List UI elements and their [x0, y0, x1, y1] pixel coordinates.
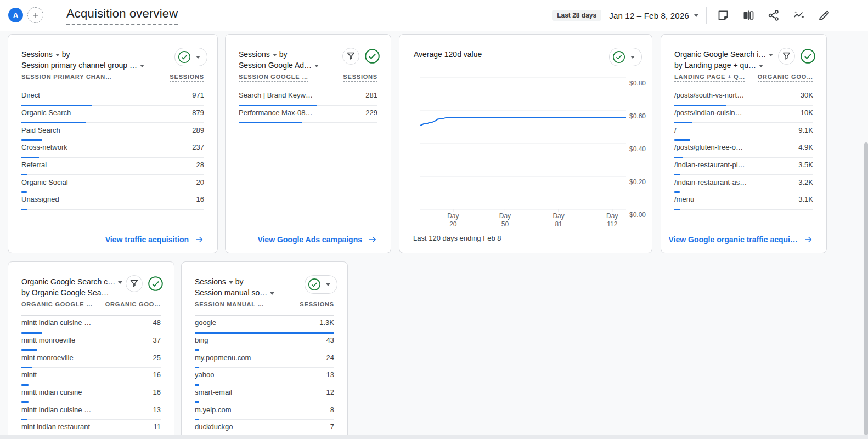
filter-button[interactable] [778, 48, 795, 65]
row-label: /posts/indian-cuisin… [674, 109, 742, 117]
table-row: Paid Search289 [21, 123, 204, 140]
date-range-selector[interactable]: Jan 12 – Feb 8, 2026 [609, 11, 698, 20]
row-label: mintt indian cuisine [21, 388, 82, 396]
add-comparison-button[interactable] [27, 7, 43, 23]
card-controls [342, 48, 381, 65]
card-footer-link[interactable]: View Google Ads campaigns [257, 235, 377, 244]
row-label: google [195, 318, 216, 327]
table-row: /indian-restaurant-pi…3.5K [674, 158, 813, 175]
y-axis-tick-label: $0.40 [629, 145, 646, 153]
table-row: /menu3.1K [674, 192, 813, 210]
table-row: /posts/gluten-free-o…4.9K [674, 140, 813, 158]
column-headers: LANDING PAGE + Q… ORGANIC GOO… [674, 73, 813, 88]
metric-column-header: SESSIONS [300, 301, 334, 309]
row-label: Organic Social [21, 178, 68, 186]
dimension-dropdown[interactable]: Session Google Ad… [239, 60, 321, 71]
row-value: 237 [192, 143, 204, 151]
data-quality-button[interactable] [147, 275, 164, 292]
row-value: 20 [196, 178, 204, 186]
row-label: Direct [21, 91, 40, 99]
row-value: 13 [326, 370, 334, 379]
filter-button[interactable] [126, 275, 143, 292]
divider [57, 7, 57, 24]
row-value: 13 [153, 406, 161, 414]
card-organic-search-queries: Organic Google Search c… by Organic Goog… [8, 261, 174, 439]
check-circle-icon [148, 276, 164, 292]
table-row: /posts/indian-cuisin…10K [674, 106, 813, 123]
funnel-icon [130, 280, 138, 288]
card-footer-link[interactable]: View traffic acquisition [105, 235, 204, 244]
card-title: Sessionsby Session primary channel group… [21, 49, 146, 71]
metric-dropdown[interactable]: Sessionsby [239, 49, 321, 60]
y-axis-tick-label: $0.60 [629, 112, 646, 120]
dimension-dropdown[interactable]: by Organic Google Sea… [21, 287, 125, 298]
card-sessions-by-channel-group: Sessionsby Session primary channel group… [8, 34, 218, 253]
metric-dropdown[interactable]: Organic Google Search c… [21, 276, 125, 287]
metric-dropdown[interactable]: Sessionsby [21, 49, 146, 60]
row-value: 10K [801, 109, 813, 117]
table-row: mintt monroeville37 [21, 333, 161, 351]
column-headers: SESSION PRIMARY CHAN… SESSIONS [21, 73, 204, 88]
compare-icon[interactable] [741, 8, 756, 22]
vertical-scrollbar[interactable] [864, 142, 868, 435]
data-quality-dropdown[interactable] [174, 48, 207, 66]
dimension-column-header: SESSION GOOGLE … [239, 73, 308, 82]
edit-icon[interactable] [817, 8, 831, 22]
x-axis-tick-label: Day81 [549, 212, 568, 229]
metric-dropdown[interactable]: Sessionsby [195, 276, 277, 287]
card-sessions-by-google-ads: Sessionsby Session Google Ad… SESSION GO… [225, 34, 391, 253]
data-quality-dropdown[interactable] [305, 275, 337, 294]
row-label: Paid Search [21, 126, 60, 134]
data-table: /posts/south-vs-nort…30K/posts/indian-cu… [674, 88, 813, 210]
row-label: Performance Max-08… [239, 109, 312, 117]
data-quality-button[interactable] [799, 48, 816, 65]
check-circle-icon [178, 50, 191, 64]
data-quality-button[interactable] [364, 48, 381, 65]
date-preset-badge: Last 28 days [552, 10, 601, 21]
avatar[interactable]: A [8, 8, 23, 22]
data-quality-dropdown[interactable] [609, 48, 642, 66]
plus-icon [31, 11, 40, 20]
chevron-down-icon [140, 65, 144, 67]
card-controls [305, 275, 337, 294]
row-label: smart-email [195, 388, 232, 396]
metric-dropdown[interactable]: Organic Google Search i… [674, 49, 775, 60]
chart-title: Average 120d value [414, 50, 482, 61]
note-icon[interactable] [716, 8, 730, 22]
insights-icon[interactable] [792, 8, 806, 22]
table-row: mintt indian cuisine …48 [21, 316, 161, 333]
metric-column-header: ORGANIC GOO… [105, 301, 161, 309]
dimension-dropdown[interactable]: Session manual so… [195, 287, 277, 298]
page-title[interactable]: Acquisition overview [66, 7, 178, 25]
card-controls [609, 48, 642, 66]
arrow-right-icon [803, 235, 813, 244]
row-label: /menu [674, 195, 694, 203]
row-label: mint monroeville [21, 354, 74, 362]
card-title: Sessionsby Session Google Ad… [239, 49, 321, 71]
card-title: Sessionsby Session manual so… [195, 276, 277, 298]
filter-button[interactable] [342, 48, 359, 65]
column-headers: SESSION MANUAL … SESSIONS [195, 301, 334, 316]
row-label: mintt monroeville [21, 336, 75, 344]
x-axis-tick-label: Day20 [443, 212, 463, 229]
row-label: Unassigned [21, 195, 59, 203]
avatar-letter: A [13, 11, 18, 20]
data-table: google1.3Kbing43my.popmenu.com24yahoo13s… [195, 316, 334, 437]
row-label: Search | Brand Keyw… [239, 91, 313, 99]
horizontal-scrollbar[interactable] [0, 435, 868, 439]
dimension-dropdown[interactable]: by Landing page + qu… [674, 60, 775, 71]
table-row: yahoo13 [195, 368, 334, 385]
share-icon[interactable] [766, 8, 781, 22]
card-footer-link[interactable]: View Google organic traffic acqui… [669, 235, 813, 244]
metric-column-header: SESSIONS [343, 73, 377, 82]
table-row: Cross-network237 [21, 140, 204, 158]
date-range-text: Jan 12 – Feb 8, 2026 [609, 11, 689, 20]
table-row: m.yelp.com8 [195, 402, 334, 420]
chevron-down-icon [694, 14, 698, 17]
row-label: my.popmenu.com [195, 354, 251, 362]
dimension-dropdown[interactable]: Session primary channel group … [21, 60, 146, 71]
row-value: 879 [192, 109, 204, 117]
card-title: Organic Google Search c… by Organic Goog… [21, 276, 125, 298]
table-row: mintt16 [21, 368, 161, 385]
chevron-down-icon [326, 283, 330, 286]
